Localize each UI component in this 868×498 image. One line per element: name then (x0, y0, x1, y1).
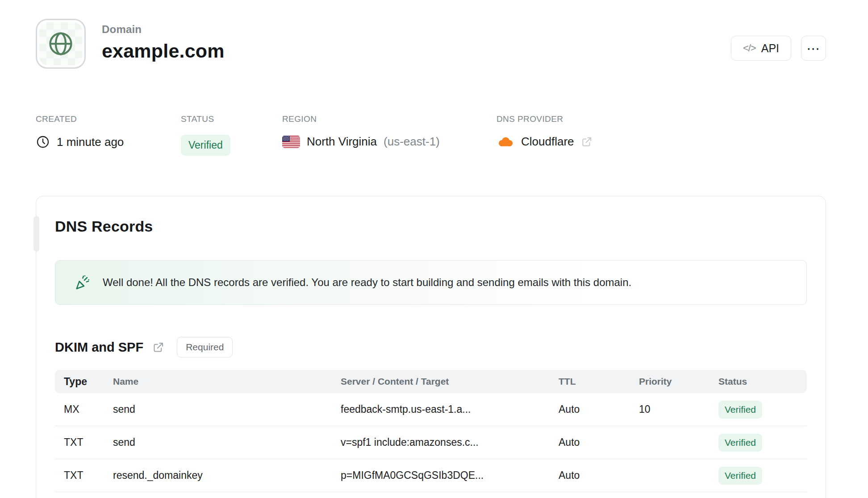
api-button-label: API (761, 42, 779, 55)
record-type: TXT (55, 436, 113, 448)
meta-region: REGION (282, 114, 497, 156)
created-value: 1 minute ago (57, 135, 124, 149)
dns-records-card: DNS Records Well done! All the DNS recor… (36, 196, 826, 498)
record-ttl: Auto (559, 403, 639, 415)
table-row[interactable]: TXT resend._domainkey p=MIGfMA0GCSqGSIb3… (55, 459, 807, 492)
record-ttl: Auto (559, 469, 639, 481)
external-link-icon[interactable] (581, 136, 593, 148)
record-name: send (113, 436, 341, 448)
record-name: resend._domainkey (113, 469, 341, 481)
dns-provider-name: Cloudflare (521, 135, 574, 149)
dns-records-title: DNS Records (55, 218, 807, 235)
status-badge: Verified (181, 135, 230, 156)
table-row[interactable]: MX send feedback-smtp.us-east-1.a... Aut… (55, 393, 807, 426)
dkim-spf-section-header: DKIM and SPF Required (55, 337, 807, 357)
ellipsis-icon: ⋯ (807, 41, 821, 56)
column-header-content: Server / Content / Target (341, 376, 559, 387)
section-anchor-tab (33, 216, 39, 252)
status-label: STATUS (181, 114, 282, 124)
clock-icon (36, 135, 50, 149)
success-banner: Well done! All the DNS records are verif… (55, 260, 807, 305)
column-header-name: Name (113, 376, 341, 387)
column-header-status: Status (718, 376, 807, 387)
header-actions: </> API ⋯ (731, 36, 826, 61)
page-eyebrow: Domain (102, 23, 225, 36)
dns-records-table: Type Name Server / Content / Target TTL … (55, 370, 807, 492)
code-icon: </> (743, 42, 756, 54)
party-popper-icon (73, 274, 91, 291)
column-header-ttl: TTL (559, 376, 639, 387)
record-content: v=spf1 include:amazonses.c... (341, 436, 559, 448)
avatar-checker-background (39, 22, 82, 65)
banner-message: Well done! All the DNS records are verif… (103, 276, 631, 289)
more-options-button[interactable]: ⋯ (801, 36, 826, 61)
meta-dns-provider: DNS PROVIDER Cloudflare (497, 114, 593, 156)
column-header-priority: Priority (639, 376, 718, 387)
record-name: send (113, 403, 341, 415)
globe-icon (47, 30, 74, 57)
record-status-badge: Verified (718, 434, 762, 452)
domain-detail-page: Domain example.com </> API ⋯ CREATED (0, 0, 868, 498)
page-title: example.com (102, 40, 225, 62)
domain-meta-row: CREATED 1 minute ago STATUS Verified REG… (36, 114, 826, 156)
dkim-spf-title: DKIM and SPF (55, 340, 143, 355)
api-button[interactable]: </> API (731, 36, 791, 61)
table-row[interactable]: TXT send v=spf1 include:amazonses.c... A… (55, 426, 807, 459)
title-block: Domain example.com (102, 19, 225, 62)
cloudflare-icon (497, 135, 514, 149)
record-priority: 10 (639, 403, 718, 415)
region-label: REGION (282, 114, 497, 124)
record-type: TXT (55, 469, 113, 481)
required-badge: Required (177, 337, 233, 357)
record-type: MX (55, 403, 113, 415)
record-ttl: Auto (559, 436, 639, 448)
region-code: (us-east-1) (384, 135, 440, 149)
us-flag-icon (282, 136, 300, 148)
external-link-icon[interactable] (152, 341, 164, 353)
meta-status: STATUS Verified (181, 114, 282, 156)
region-name: North Virginia (307, 135, 377, 149)
created-label: CREATED (36, 114, 181, 124)
domain-avatar (36, 19, 86, 69)
record-content: feedback-smtp.us-east-1.a... (341, 403, 559, 415)
meta-created: CREATED 1 minute ago (36, 114, 181, 156)
table-header-row: Type Name Server / Content / Target TTL … (55, 370, 807, 393)
dns-provider-label: DNS PROVIDER (497, 114, 593, 124)
record-status-badge: Verified (718, 467, 762, 485)
page-header: Domain example.com </> API ⋯ (36, 19, 826, 69)
record-status-badge: Verified (718, 401, 762, 419)
record-content: p=MIGfMA0GCSqGSIb3DQE... (341, 469, 559, 481)
column-header-type: Type (55, 376, 113, 388)
